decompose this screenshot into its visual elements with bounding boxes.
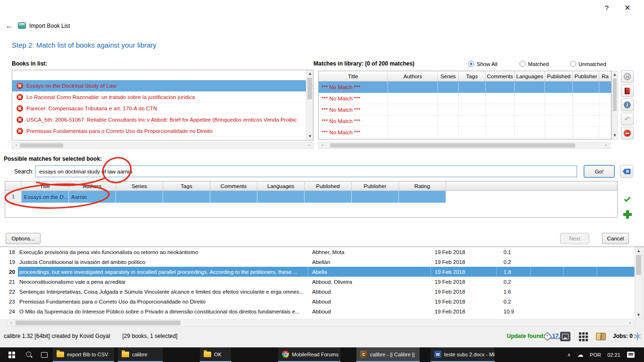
table-row[interactable]: 19 Justicia Constitucional la invasión d… <box>0 257 635 267</box>
tag-icon[interactable] <box>544 333 551 340</box>
match-row[interactable]: *** No Match *** <box>319 82 611 93</box>
col-series[interactable]: Series <box>438 71 459 81</box>
table-row[interactable]: 22 Sentenças Interpretativas, Coisa Julg… <box>0 287 635 296</box>
scroll-right-icon[interactable]: › <box>306 142 312 148</box>
books-list-hscrollbar[interactable]: ‹ › <box>12 142 314 149</box>
options-button[interactable]: Options... <box>6 233 41 244</box>
col-authors[interactable]: Authors <box>69 181 116 190</box>
col-languages[interactable]: Languages <box>515 71 545 81</box>
tray-expand-button[interactable]: ∧ <box>565 347 573 362</box>
add-book-button[interactable] <box>621 208 633 220</box>
cover-grid-icon[interactable] <box>560 332 570 341</box>
radio-show-all[interactable]: Show All <box>468 61 497 67</box>
notification-center-button[interactable] <box>625 347 636 362</box>
back-button[interactable]: ← <box>4 21 15 31</box>
book-list-item[interactable]: Lo Racional Como Razonable: un tratado s… <box>12 91 306 103</box>
jobs-status[interactable]: Jobs: 0 <box>613 333 633 339</box>
col-tags[interactable]: Tags <box>163 181 210 190</box>
remove-button[interactable] <box>621 127 634 140</box>
possible-match-row[interactable]: 1 Essays on the D... Aarnio <box>5 191 617 203</box>
taskbar-item-browser[interactable]: MobileRead Forums -... <box>278 347 340 362</box>
clear-search-button[interactable] <box>620 165 633 178</box>
table-row[interactable]: 18 Execução provisória da pena viés func… <box>0 247 635 257</box>
matches-hscrollbar[interactable]: ‹ › <box>318 142 611 149</box>
taskbar-item-calibre-app[interactable]: calibre - || Calibre || <box>356 347 420 362</box>
cell-title: Execução provisória da pena viés funcion… <box>18 247 308 257</box>
info-button[interactable] <box>621 99 634 111</box>
tray-cloud-button[interactable]: ☁ <box>575 347 586 362</box>
scroll-left-icon[interactable]: ‹ <box>13 142 19 148</box>
col-languages[interactable]: Languages <box>257 181 305 190</box>
accept-match-button[interactable] <box>621 193 633 206</box>
scroll-down-icon[interactable]: ▼ <box>612 132 618 139</box>
scroll-up-icon[interactable]: ▲ <box>307 71 313 77</box>
next-button[interactable]: Next <box>560 233 589 244</box>
scroll-thumb[interactable] <box>613 78 617 111</box>
col-tags[interactable]: Tags <box>459 71 486 81</box>
col-publisher[interactable]: Publisher <box>352 181 399 190</box>
cancel-button[interactable]: Cancel <box>602 233 629 244</box>
col-title[interactable]: Title <box>319 71 388 81</box>
table-row[interactable]: 24 O Mito da Supremacia do Interesse Púb… <box>0 306 635 316</box>
matches-vscrollbar[interactable]: ▲ ▼ <box>611 71 618 140</box>
book-list-item[interactable]: USCA_5th: 2006-51067: Reliable Consultan… <box>12 114 306 125</box>
search-input[interactable] <box>35 165 577 177</box>
language-indicator[interactable]: POR <box>588 347 603 362</box>
col-published[interactable]: Published <box>305 181 352 190</box>
scroll-down-icon[interactable]: ▼ <box>307 133 313 140</box>
col-published[interactable]: Published <box>545 71 573 81</box>
go-button[interactable]: Go! <box>584 165 615 178</box>
scroll-right-icon[interactable]: › <box>627 320 633 326</box>
library-vscrollbar[interactable]: ▲ ▼ <box>635 247 643 319</box>
col-comments[interactable]: Comments <box>210 181 257 190</box>
scroll-left-icon[interactable]: ‹ <box>320 142 326 148</box>
scroll-thumb[interactable] <box>307 78 312 99</box>
col-comments[interactable]: Comments <box>486 71 515 81</box>
match-row[interactable]: *** No Match *** <box>319 93 611 104</box>
col-authors[interactable]: Authors <box>388 71 438 81</box>
taskbar-item-calibre-folder[interactable]: calibre <box>118 347 163 362</box>
scroll-thumb[interactable] <box>16 321 181 325</box>
close-button[interactable]: ✕ <box>622 3 633 12</box>
scroll-thumb[interactable] <box>636 255 641 275</box>
col-rating[interactable]: Rating <box>399 181 446 190</box>
table-row-selected[interactable]: 20 proceedings, but were investigated se… <box>0 267 635 277</box>
undo-button[interactable]: ↶ <box>621 113 634 125</box>
col-series[interactable]: Series <box>116 181 163 190</box>
book-details-icon[interactable] <box>596 333 606 340</box>
grid-view-icon[interactable] <box>579 332 588 341</box>
library-book-button[interactable] <box>621 84 634 97</box>
book-list-item[interactable]: Premissas Fundamentais para o Correto Us… <box>12 125 306 137</box>
books-list-vscrollbar[interactable]: ▲ ▼ <box>306 70 313 140</box>
library-hscrollbar[interactable]: ‹ › <box>7 319 635 327</box>
taskbar-item-export-folder[interactable]: export Bib to CSV <box>53 347 114 362</box>
col-title[interactable]: Title <box>22 181 69 190</box>
table-row[interactable]: 21 Neoconstitucionalismo vale a pena acr… <box>0 277 635 287</box>
scroll-down-icon[interactable]: ▼ <box>636 312 642 318</box>
task-view-button[interactable] <box>38 347 51 362</box>
book-list-item[interactable]: Essays on the Doctrinal Study of Law <box>12 80 306 91</box>
table-row[interactable]: 23 Premissas Fundamentais para o Correto… <box>0 296 635 306</box>
clock[interactable]: 02:21 <box>604 347 623 362</box>
scroll-thumb[interactable] <box>20 143 63 148</box>
taskbar-item-word[interactable]: teste subs 2.docx - Mi... <box>430 347 495 362</box>
help-button[interactable]: ? <box>602 3 612 12</box>
match-row[interactable]: *** No Match *** <box>319 127 611 138</box>
col-rating[interactable]: Ra <box>599 71 611 81</box>
jobs-spinner-icon[interactable] <box>633 332 641 340</box>
taskbar-item-ok-folder[interactable]: OK <box>200 347 231 362</box>
start-button[interactable] <box>5 347 19 362</box>
match-row[interactable]: *** No Match *** <box>319 104 611 115</box>
match-row[interactable]: *** No Match *** <box>319 115 611 127</box>
book-list-item[interactable]: Parecer: Compensacao Tributaria e art. 1… <box>12 103 306 114</box>
scroll-thumb[interactable] <box>330 143 575 148</box>
clear-match-button[interactable] <box>621 70 634 83</box>
radio-unmatched[interactable]: Unmatched <box>570 61 606 67</box>
scroll-left-icon[interactable]: ‹ <box>8 320 14 326</box>
scroll-up-icon[interactable]: ▲ <box>636 248 642 254</box>
scroll-right-icon[interactable]: › <box>603 142 609 148</box>
radio-matched[interactable]: Matched <box>520 61 549 67</box>
col-publisher[interactable]: Publisher <box>573 71 599 81</box>
taskbar-search-button[interactable] <box>22 347 36 362</box>
scroll-up-icon[interactable]: ▲ <box>612 72 618 78</box>
